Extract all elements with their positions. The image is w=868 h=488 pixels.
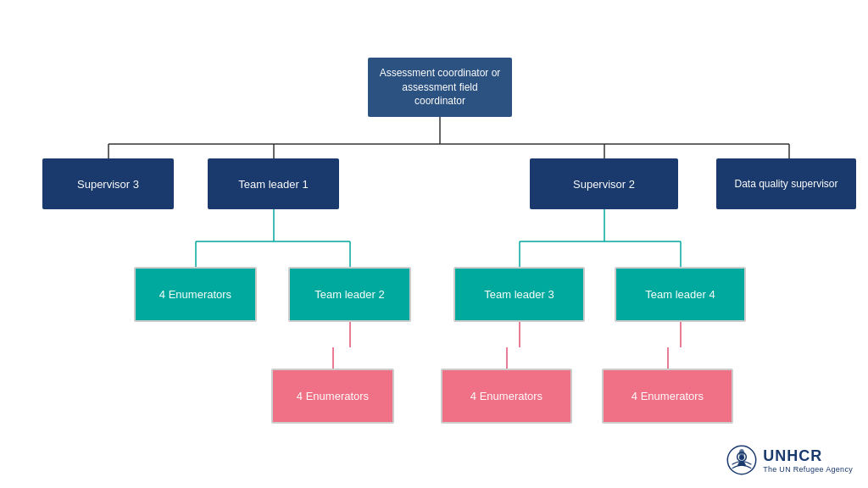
node-enum4a: 4 Enumerators <box>134 267 257 322</box>
node-supervisor3: Supervisor 3 <box>42 158 174 209</box>
node-root: Assessment coordinator or assessment fie… <box>368 58 512 117</box>
node-teamleader2: Team leader 2 <box>288 267 411 322</box>
node-teamleader1: Team leader 1 <box>208 158 339 209</box>
unhcr-subtitle: The UN Refugee Agency <box>763 465 853 474</box>
unhcr-text-block: UNHCR The UN Refugee Agency <box>763 447 853 474</box>
node-supervisor2: Supervisor 2 <box>530 158 678 209</box>
node-teamleader4: Team leader 4 <box>615 267 746 322</box>
svg-point-23 <box>739 455 744 460</box>
node-enum4d: 4 Enumerators <box>602 369 733 424</box>
node-enum4b: 4 Enumerators <box>271 369 394 424</box>
node-dataquality: Data quality supervisor <box>716 158 856 209</box>
unhcr-logo-icon <box>726 444 758 476</box>
org-chart: Assessment coordinator or assessment fie… <box>8 17 860 480</box>
node-enum4c: 4 Enumerators <box>441 369 572 424</box>
unhcr-logo: UNHCR The UN Refugee Agency <box>726 444 853 476</box>
unhcr-title: UNHCR <box>763 447 853 465</box>
node-teamleader3: Team leader 3 <box>453 267 585 322</box>
chart-container: Assessment coordinator or assessment fie… <box>0 0 868 488</box>
